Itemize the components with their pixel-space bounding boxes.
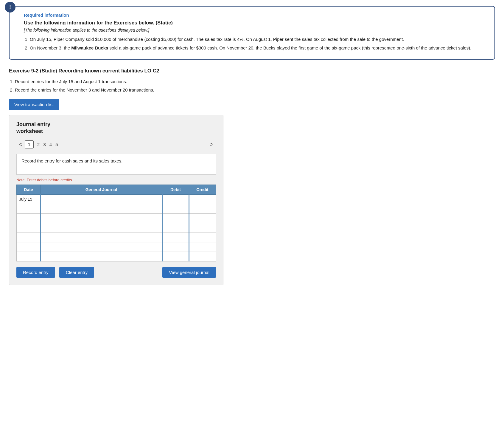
next-page-button[interactable]: > [208, 140, 216, 149]
credit-cell-2[interactable] [189, 204, 216, 213]
gj-input-5[interactable] [41, 233, 162, 242]
credit-input-6[interactable] [189, 242, 216, 252]
gj-cell-7[interactable] [41, 252, 162, 261]
credit-input-3[interactable] [189, 214, 216, 223]
table-row [17, 213, 216, 223]
debit-input-7[interactable] [163, 252, 189, 261]
col-debit: Debit [162, 185, 189, 194]
credit-input-5[interactable] [189, 233, 216, 242]
exclamation-icon: ! [5, 2, 15, 13]
credit-cell-4[interactable] [189, 223, 216, 233]
credit-cell-5[interactable] [189, 233, 216, 242]
col-general-journal: General Journal [41, 185, 162, 194]
table-row [17, 204, 216, 213]
exercise-title: Exercise 9-2 (Static) Recording known cu… [9, 68, 495, 74]
date-cell-1: July 15 [17, 194, 41, 204]
gj-cell-6[interactable] [41, 242, 162, 252]
gj-cell-1[interactable] [41, 194, 162, 204]
debit-input-6[interactable] [163, 242, 189, 252]
debit-cell-6[interactable] [162, 242, 189, 252]
debit-input-5[interactable] [163, 233, 189, 242]
credit-cell-6[interactable] [189, 242, 216, 252]
credit-cell-1[interactable] [189, 194, 216, 204]
journal-title: Journal entryworksheet [16, 121, 216, 135]
debit-cell-3[interactable] [162, 213, 189, 223]
info-item-2: On November 3, the Milwaukee Bucks sold … [30, 45, 487, 52]
credit-input-1[interactable] [189, 195, 216, 204]
date-cell-2 [17, 204, 41, 213]
date-cell-6 [17, 242, 41, 252]
debit-input-1[interactable] [163, 195, 189, 204]
description-box: Record the entry for cash sales and its … [16, 154, 216, 175]
date-cell-5 [17, 233, 41, 242]
table-row [17, 223, 216, 233]
journal-note: Note: Enter debits before credits. [16, 178, 216, 182]
debit-cell-4[interactable] [162, 223, 189, 233]
bottom-buttons: Record entry Clear entry View general jo… [16, 267, 216, 278]
credit-input-2[interactable] [189, 204, 216, 213]
debit-input-2[interactable] [163, 204, 189, 213]
view-general-journal-button[interactable]: View general journal [162, 267, 216, 278]
exercise-instructions: Record entries for the July 15 and Augus… [9, 78, 495, 94]
credit-cell-7[interactable] [189, 252, 216, 261]
description-text: Record the entry for cash sales and its … [21, 158, 122, 163]
table-row [17, 242, 216, 252]
page-3-button[interactable]: 3 [43, 142, 46, 147]
gj-input-1[interactable] [41, 195, 162, 204]
table-row [17, 252, 216, 261]
record-entry-button[interactable]: Record entry [16, 267, 55, 278]
info-box-title: Use the following information for the Ex… [24, 20, 487, 26]
date-cell-7 [17, 252, 41, 261]
view-transactions-button[interactable]: View transaction list [9, 99, 59, 110]
page-navigation: < 1 2 3 4 5 > [16, 140, 216, 149]
required-info-label: Required information [24, 13, 487, 18]
page-2-button[interactable]: 2 [37, 142, 40, 147]
debit-input-4[interactable] [163, 223, 189, 233]
gj-input-6[interactable] [41, 242, 162, 252]
date-cell-3 [17, 213, 41, 223]
date-cell-4 [17, 223, 41, 233]
info-item-1: On July 15, Piper Company sold $10,000 o… [30, 36, 487, 43]
debit-cell-2[interactable] [162, 204, 189, 213]
page-5-button[interactable]: 5 [55, 142, 58, 147]
journal-table: Date General Journal Debit Credit July 1… [16, 185, 216, 261]
gj-input-4[interactable] [41, 223, 162, 233]
info-box-list: On July 15, Piper Company sold $10,000 o… [24, 36, 487, 51]
gj-input-7[interactable] [41, 252, 162, 261]
col-credit: Credit [189, 185, 216, 194]
gj-cell-2[interactable] [41, 204, 162, 213]
exercise-instruction-2: Record the entries for the November 3 an… [15, 86, 495, 94]
gj-cell-3[interactable] [41, 213, 162, 223]
col-date: Date [17, 185, 41, 194]
page-1-button[interactable]: 1 [25, 140, 34, 148]
debit-cell-7[interactable] [162, 252, 189, 261]
exercise-instruction-1: Record entries for the July 15 and Augus… [15, 78, 495, 85]
clear-entry-button[interactable]: Clear entry [59, 267, 94, 278]
prev-page-button[interactable]: < [16, 140, 25, 149]
credit-input-7[interactable] [189, 252, 216, 261]
gj-cell-5[interactable] [41, 233, 162, 242]
journal-container: Journal entryworksheet < 1 2 3 4 5 > Rec… [9, 115, 223, 285]
table-row [17, 233, 216, 242]
gj-cell-4[interactable] [41, 223, 162, 233]
info-box: ! Required information Use the following… [9, 6, 495, 60]
table-row: July 15 [17, 194, 216, 204]
debit-cell-5[interactable] [162, 233, 189, 242]
credit-input-4[interactable] [189, 223, 216, 233]
debit-cell-1[interactable] [162, 194, 189, 204]
credit-cell-3[interactable] [189, 213, 216, 223]
debit-input-3[interactable] [163, 214, 189, 223]
gj-input-3[interactable] [41, 214, 162, 223]
gj-input-2[interactable] [41, 204, 162, 213]
page-4-button[interactable]: 4 [49, 142, 52, 147]
info-box-italic-note: [The following information applies to th… [24, 28, 487, 32]
